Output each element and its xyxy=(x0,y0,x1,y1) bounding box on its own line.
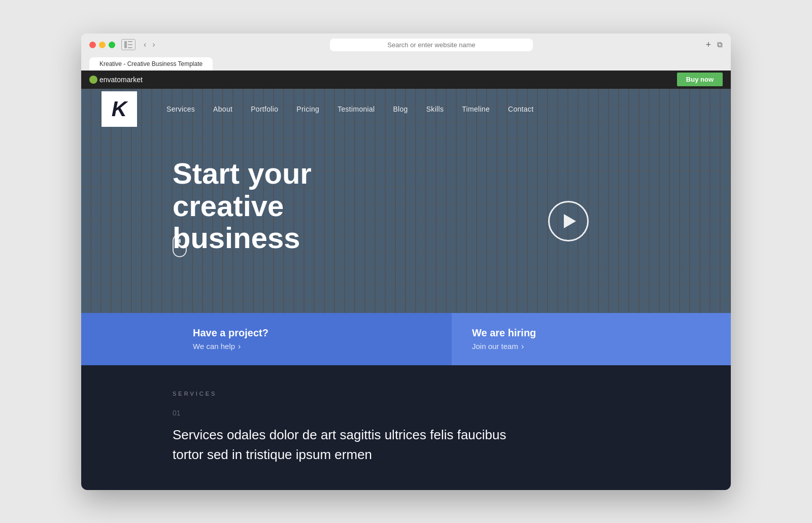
traffic-lights xyxy=(89,42,115,48)
nav-item-timeline[interactable]: Timeline xyxy=(453,100,499,118)
browser-tab-bar: Kreative - Creative Business Template xyxy=(89,55,723,71)
envato-logo-icon xyxy=(89,76,97,84)
nav-item-contact[interactable]: Contact xyxy=(499,100,543,118)
url-input[interactable] xyxy=(330,39,533,51)
copy-icon[interactable]: ⧉ xyxy=(717,40,723,49)
nav-link-portfolio[interactable]: Portfolio xyxy=(242,100,287,118)
forward-button[interactable]: › xyxy=(150,39,157,50)
nav-item-pricing[interactable]: Pricing xyxy=(287,100,328,118)
nav-link-blog[interactable]: Blog xyxy=(384,100,417,118)
play-icon xyxy=(564,214,576,228)
services-number: 01 xyxy=(173,409,639,417)
scroll-dot xyxy=(179,239,181,243)
buy-now-button[interactable]: Buy now xyxy=(677,73,723,86)
play-button[interactable] xyxy=(548,201,589,241)
services-label: SERVICES xyxy=(173,391,639,397)
cta-hiring-title: We are hiring xyxy=(472,327,710,339)
envato-logo: envatomarket xyxy=(89,76,143,84)
cta-row: Have a project? We can help › We are hir… xyxy=(81,313,731,365)
close-button[interactable] xyxy=(89,42,96,48)
minimize-button[interactable] xyxy=(99,42,106,48)
cta-project-arrow: › xyxy=(238,342,241,351)
nav-link-skills[interactable]: Skills xyxy=(417,100,453,118)
sidebar-toggle[interactable] xyxy=(121,39,136,50)
nav-link-contact[interactable]: Contact xyxy=(499,100,543,118)
nav-item-services[interactable]: Services xyxy=(157,100,204,118)
nav-link-services[interactable]: Services xyxy=(157,100,204,118)
envato-leaf-icon xyxy=(91,77,96,82)
nav-item-about[interactable]: About xyxy=(204,100,242,118)
nav-item-testimonial[interactable]: Testimonial xyxy=(328,100,384,118)
new-tab-icon[interactable]: + xyxy=(705,40,711,50)
nav-link-about[interactable]: About xyxy=(204,100,242,118)
nav-item-blog[interactable]: Blog xyxy=(384,100,417,118)
svg-rect-3 xyxy=(128,47,132,48)
site-logo: K xyxy=(101,91,137,127)
website-content: K Services About Portfolio Pricing Testi… xyxy=(81,89,731,490)
svg-rect-0 xyxy=(124,41,127,48)
hero-headline: Start your creative business xyxy=(173,157,376,254)
scroll-mouse-icon xyxy=(173,234,187,257)
nav-link-timeline[interactable]: Timeline xyxy=(453,100,499,118)
scroll-indicator xyxy=(173,234,187,257)
hero-content: Start your creative business xyxy=(81,129,731,313)
browser-chrome: ‹ › + ⧉ Kreative - Creative Business Tem… xyxy=(81,33,731,71)
cta-project-subtitle: We can help › xyxy=(193,342,431,351)
cta-hiring[interactable]: We are hiring Join our team › xyxy=(452,313,731,365)
browser-actions: + ⧉ xyxy=(705,40,723,50)
browser-top-bar: ‹ › + ⧉ xyxy=(89,39,723,51)
logo-letter: K xyxy=(112,98,127,120)
address-bar xyxy=(163,39,700,51)
hero-section: K Services About Portfolio Pricing Testi… xyxy=(81,89,731,365)
nav-links: Services About Portfolio Pricing Testimo… xyxy=(157,100,710,118)
svg-point-4 xyxy=(91,77,96,82)
envato-bar: envatomarket Buy now xyxy=(81,71,731,89)
cta-hiring-subtitle: Join our team › xyxy=(472,342,710,351)
browser-window: ‹ › + ⧉ Kreative - Creative Business Tem… xyxy=(81,33,731,490)
cta-hiring-arrow: › xyxy=(521,342,524,351)
active-tab[interactable]: Kreative - Creative Business Template xyxy=(89,57,213,71)
nav-item-skills[interactable]: Skills xyxy=(417,100,453,118)
site-navigation: K Services About Portfolio Pricing Testi… xyxy=(81,89,731,129)
nav-link-testimonial[interactable]: Testimonial xyxy=(328,100,384,118)
nav-link-pricing[interactable]: Pricing xyxy=(287,100,328,118)
cta-project[interactable]: Have a project? We can help › xyxy=(81,313,452,365)
services-section: SERVICES 01 Services odales dolor de art… xyxy=(81,365,731,490)
envato-logo-text: envatomarket xyxy=(99,76,143,84)
svg-rect-2 xyxy=(128,44,132,45)
cta-project-title: Have a project? xyxy=(193,327,431,339)
svg-rect-1 xyxy=(128,41,132,42)
sidebar-icon xyxy=(124,41,132,48)
maximize-button[interactable] xyxy=(109,42,115,48)
nav-buttons: ‹ › xyxy=(142,39,157,50)
back-button[interactable]: ‹ xyxy=(142,39,148,50)
services-text: Services odales dolor de art sagittis ul… xyxy=(173,425,528,465)
nav-item-portfolio[interactable]: Portfolio xyxy=(242,100,287,118)
